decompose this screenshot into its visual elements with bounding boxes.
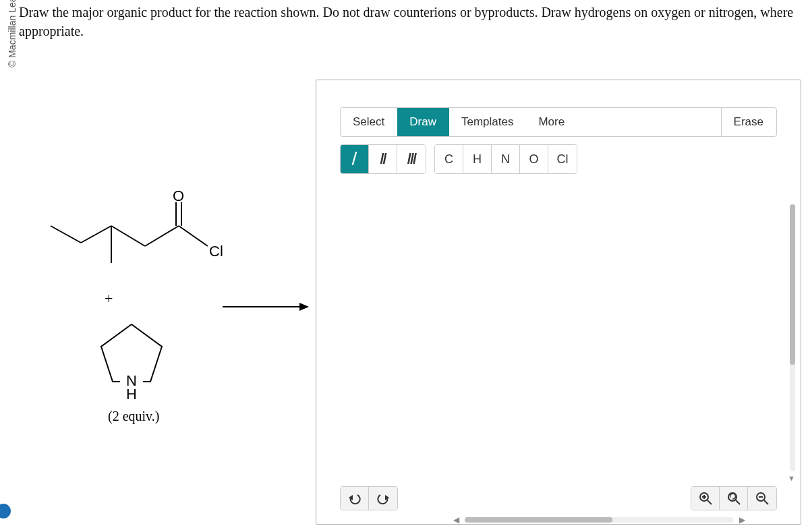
horizontal-scrollbar[interactable]: ◀ ▶ (451, 516, 747, 524)
svg-marker-10 (299, 303, 309, 311)
svg-line-7 (179, 226, 208, 246)
equivalents-label: (2 equiv.) (108, 409, 310, 424)
svg-line-0 (51, 226, 81, 243)
scroll-left-icon[interactable]: ◀ (451, 515, 461, 525)
reaction-arrow-icon (223, 300, 310, 314)
bottom-controls (340, 485, 790, 512)
element-cl-button[interactable]: Cl (548, 145, 577, 173)
zoom-reset-button[interactable] (720, 487, 748, 510)
tab-draw[interactable]: Draw (397, 108, 449, 136)
redo-button[interactable] (369, 487, 397, 510)
undo-redo-group (340, 486, 398, 510)
bond-tools: / // /// (340, 144, 426, 174)
editor-toolbar: Select Draw Templates More Erase (340, 107, 777, 137)
vertical-scrollbar[interactable]: ▼ (788, 202, 797, 483)
svg-line-14 (708, 500, 712, 504)
scroll-h-track[interactable] (465, 517, 733, 523)
zoom-in-icon (698, 491, 713, 506)
chlorine-label: Cl (209, 243, 223, 260)
zoom-reset-icon (726, 491, 741, 506)
zoom-in-button[interactable] (691, 487, 720, 510)
element-c-button[interactable]: C (435, 145, 463, 173)
undo-button[interactable] (341, 487, 369, 510)
scroll-v-thumb[interactable] (790, 204, 795, 365)
triple-bond-button[interactable]: /// (397, 145, 426, 173)
structure-editor: Select Draw Templates More Erase / // //… (316, 80, 801, 525)
pyrrolidine-structure: N H (78, 314, 212, 409)
element-tools: C H N O Cl (434, 144, 577, 174)
drawing-canvas[interactable] (330, 181, 787, 483)
zoom-group (691, 486, 777, 510)
tab-select[interactable]: Select (341, 108, 397, 136)
undo-icon (348, 492, 362, 504)
tool-row: / // /// C H N O Cl (340, 144, 777, 174)
zoom-out-button[interactable] (748, 487, 776, 510)
tab-more[interactable]: More (526, 108, 577, 136)
acyl-chloride-structure: O Cl (40, 189, 256, 283)
scroll-v-track[interactable] (790, 204, 795, 471)
double-bond-button[interactable]: // (369, 145, 397, 173)
oxygen-label: O (173, 189, 184, 204)
zoom-out-icon (755, 491, 770, 506)
svg-line-4 (145, 226, 179, 246)
hydrogen-label: H (126, 386, 137, 403)
tab-templates[interactable]: Templates (449, 108, 526, 136)
element-h-button[interactable]: H (463, 145, 492, 173)
element-n-button[interactable]: N (492, 145, 520, 173)
scroll-right-icon[interactable]: ▶ (737, 515, 747, 525)
element-o-button[interactable]: O (520, 145, 548, 173)
question-prompt: Draw the major organic product for the r… (19, 3, 801, 40)
single-bond-button[interactable]: / (341, 145, 369, 173)
tab-erase[interactable]: Erase (721, 108, 776, 136)
scroll-down-icon[interactable]: ▼ (788, 474, 797, 483)
helper-dot-icon[interactable] (0, 504, 11, 519)
svg-line-20 (764, 500, 768, 504)
svg-line-1 (81, 226, 111, 243)
svg-line-18 (736, 500, 740, 504)
scroll-h-thumb[interactable] (465, 517, 612, 523)
redo-icon (376, 492, 390, 504)
svg-line-3 (111, 226, 145, 246)
copyright-text: © Macmillan Learning (7, 0, 18, 67)
